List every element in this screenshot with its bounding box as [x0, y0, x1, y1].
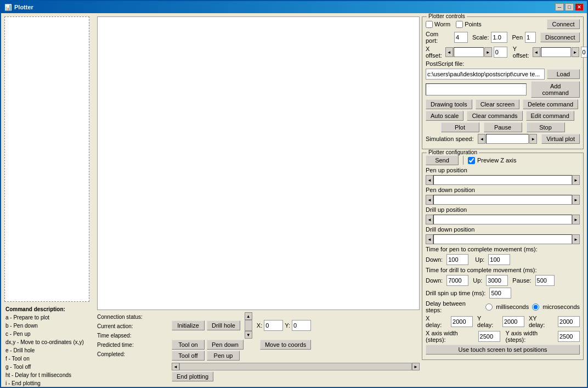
scroll-down-btn[interactable]: ▼: [245, 331, 252, 339]
virtual-plot-button[interactable]: Virtual plot: [541, 134, 580, 144]
y-offset-track[interactable]: [541, 47, 571, 57]
right-panel: Plotter controls Worm Points Connect: [422, 16, 584, 384]
x-axis-input[interactable]: [478, 331, 500, 342]
y-axis-input[interactable]: [558, 331, 580, 342]
spin-input[interactable]: [489, 288, 511, 299]
pen-down-button[interactable]: Pen down: [207, 340, 244, 350]
drill-down-left[interactable]: ◄: [426, 234, 433, 244]
cmd-line-5: f - Tool on: [5, 355, 94, 363]
main-window: 📊 Plotter ─ □ ✕ Command description: a -…: [0, 0, 588, 388]
y-delay-label: Y delay:: [477, 315, 499, 328]
y-input[interactable]: [292, 320, 311, 331]
scale-label: Scale:: [472, 34, 489, 41]
sim-left[interactable]: ◄: [478, 134, 485, 144]
time-drill-label: Time for drill to complete movement (ms)…: [426, 267, 537, 273]
x-offset-track[interactable]: [454, 47, 484, 57]
pen-up-button[interactable]: Pen up: [207, 351, 240, 361]
drill-down-time-input[interactable]: [446, 275, 468, 286]
milliseconds-radio[interactable]: [485, 303, 493, 311]
send-button[interactable]: Send: [426, 155, 459, 165]
drill-up-time-input[interactable]: [486, 275, 508, 286]
center-panel: Connection status: Current action: Time …: [97, 16, 420, 384]
pen-down-time-input[interactable]: [446, 254, 468, 265]
edit-command-button[interactable]: Edit command: [526, 111, 574, 121]
com-port-input[interactable]: [454, 32, 468, 43]
drill-up-right[interactable]: ►: [572, 215, 580, 224]
pen-input[interactable]: [525, 32, 536, 43]
sim-track[interactable]: [486, 134, 529, 144]
minimize-button[interactable]: ─: [555, 3, 564, 11]
delay-radio-group: milliseconds microseconds: [485, 303, 580, 311]
move-to-coords-button[interactable]: Move to coords: [260, 340, 311, 350]
add-command-button[interactable]: Add command: [531, 81, 580, 98]
x-delay-label: X delay:: [426, 315, 447, 328]
points-checkbox[interactable]: [456, 21, 463, 28]
pen-up-track[interactable]: [433, 175, 572, 185]
points-label: Points: [465, 21, 482, 27]
x-offset-left[interactable]: ◄: [445, 47, 453, 57]
drill-down-slider: ◄ ►: [426, 234, 580, 244]
drawing-tools-button[interactable]: Drawing tools: [426, 99, 472, 109]
command-listbox[interactable]: [426, 83, 527, 95]
pause-button[interactable]: Pause: [484, 122, 522, 132]
pen-down-left[interactable]: ◄: [426, 195, 433, 205]
connect-button[interactable]: Connect: [547, 19, 580, 29]
initialize-button[interactable]: Initialize: [172, 320, 205, 330]
pen-down-right[interactable]: ►: [572, 195, 580, 205]
pen-up-right[interactable]: ►: [572, 175, 580, 185]
end-plotting-button[interactable]: End plotting: [172, 372, 213, 381]
y-offset-input[interactable]: [581, 47, 587, 58]
microseconds-radio[interactable]: [532, 303, 539, 311]
stop-button[interactable]: Stop: [527, 122, 565, 132]
clear-screen-button[interactable]: Clear screen: [476, 99, 519, 109]
x-input[interactable]: [264, 320, 283, 331]
scroll-right-btn[interactable]: ►: [412, 363, 420, 370]
x-offset-slider: ◄ ►: [445, 47, 507, 58]
pen-up-time-input[interactable]: [488, 254, 510, 265]
scroll-left-btn[interactable]: ◄: [172, 363, 179, 370]
tool-on-button[interactable]: Tool on: [172, 340, 205, 350]
y-offset-left[interactable]: ◄: [533, 47, 540, 57]
x-offset-input[interactable]: [494, 47, 507, 58]
drill-down-right[interactable]: ►: [572, 234, 580, 244]
x-offset-right[interactable]: ►: [484, 47, 492, 57]
worm-checkbox[interactable]: [426, 21, 433, 28]
drill-down-row: Drill down position: [426, 226, 580, 233]
drill-up-left[interactable]: ◄: [426, 215, 433, 224]
pause-time-input[interactable]: [535, 275, 555, 286]
disconnect-button[interactable]: Disconnect: [540, 32, 580, 42]
preview-z-checkbox[interactable]: [468, 157, 475, 164]
tool-off-button[interactable]: Tool off: [172, 351, 205, 361]
x-delay-input[interactable]: [451, 316, 473, 327]
drill-hole-button[interactable]: Drill hole: [207, 320, 240, 330]
sim-right[interactable]: ►: [529, 134, 537, 144]
plotter-config-label: Plotter configuration: [427, 149, 479, 155]
pen-down-track[interactable]: [433, 195, 572, 205]
microseconds-label: microseconds: [542, 303, 580, 310]
plot-button[interactable]: Plot: [441, 122, 479, 132]
delete-command-button[interactable]: Delete command: [523, 99, 578, 109]
maximize-button[interactable]: □: [565, 3, 574, 11]
worm-row: Worm Points Connect: [426, 19, 580, 29]
scroll-h-track[interactable]: [179, 363, 412, 370]
drill-up-track[interactable]: [433, 215, 572, 224]
time-elapsed-row: Time elapsed:: [97, 331, 168, 340]
auto-scale-button[interactable]: Auto scale: [426, 111, 463, 121]
scroll-up-btn[interactable]: ▲: [245, 312, 252, 320]
bottom-area: Connection status: Current action: Time …: [97, 312, 420, 384]
preview-canvas: [4, 16, 89, 302]
close-button[interactable]: ✕: [575, 3, 584, 11]
postscript-path-input[interactable]: [426, 69, 545, 80]
load-button[interactable]: Load: [547, 69, 580, 79]
scale-input[interactable]: [491, 32, 507, 43]
action-label: Current action:: [97, 323, 133, 329]
y-delay-input[interactable]: [502, 316, 524, 327]
pen-up-left[interactable]: ◄: [426, 175, 433, 185]
touch-screen-button[interactable]: Use touch screen to set positions: [426, 345, 580, 355]
drill-down-track[interactable]: [433, 234, 572, 244]
y-offset-right[interactable]: ►: [572, 47, 579, 57]
xy-delay-input[interactable]: [558, 316, 580, 327]
clear-commands-button[interactable]: Clear commands: [467, 111, 522, 121]
drill-up-row: Drill up position: [426, 206, 580, 213]
pen-up-row: Pen up position: [426, 167, 580, 173]
